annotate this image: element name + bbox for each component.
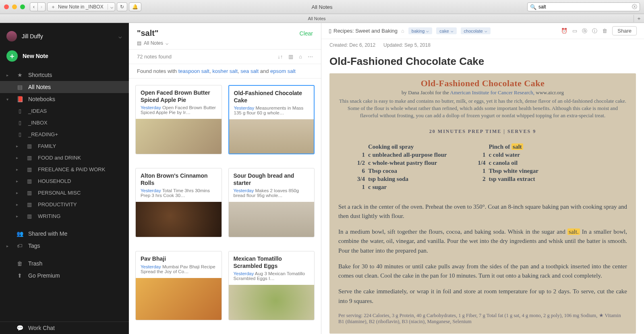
sidebar-all-notes[interactable]: ▤ All Notes <box>0 81 129 93</box>
search-input[interactable] <box>538 4 630 10</box>
chevron-down-icon: ⌵ <box>118 33 122 39</box>
link-epsom-salt[interactable]: epsom salt <box>270 68 296 74</box>
sidebar-notebooks[interactable]: ▾ 📕 Notebooks <box>0 93 129 105</box>
sidebar-item-ideas[interactable]: ▯_IDEAS <box>0 105 129 117</box>
note-card[interactable]: Old-Fashioned Chocolate CakeYesterday Me… <box>228 85 315 154</box>
view-toggle-button[interactable]: ▥ <box>288 54 293 60</box>
link-teaspoon-salt[interactable]: teaspoon salt <box>178 68 209 74</box>
activity-button[interactable]: 🔔 <box>129 2 141 11</box>
lock-icon: ⌂ <box>401 28 404 34</box>
note-card[interactable]: Mexican Tomatillo Scrambled EggsYesterda… <box>228 251 315 320</box>
notebook-icon: 📕 <box>16 96 23 102</box>
created-date: Created: Dec 6, 2012 <box>329 42 375 48</box>
avatar <box>6 31 17 41</box>
new-note-dropdown[interactable]: ＋ New Note in _INBOX ⌵ <box>47 2 115 11</box>
thumbnail <box>136 202 222 237</box>
note-body[interactable]: Old-Fashioned Chocolate Cake Old-Fashion… <box>321 51 644 334</box>
annotate-icon[interactable]: ⓐ <box>582 27 587 35</box>
note-card[interactable]: Pav BhajiYesterday Mumbai Pav Bhaji Reci… <box>135 251 222 320</box>
tag-icon: 🏷 <box>16 243 23 249</box>
clear-search-button[interactable]: Clear <box>300 30 313 37</box>
chevron-right-icon: ▸ <box>6 244 11 248</box>
thumbnail <box>136 119 222 154</box>
sidebar-shortcuts[interactable]: ▸ ★ Shortcuts <box>0 69 129 81</box>
sync-button[interactable]: ↻ <box>117 2 127 11</box>
sidebar-item-writing[interactable]: ▸▥WRITING <box>0 210 129 222</box>
thumbnail <box>136 278 222 320</box>
account-row[interactable]: Jill Duffy ⌵ <box>0 29 129 49</box>
forward-button[interactable]: › <box>38 2 46 11</box>
sidebar-shared[interactable]: 👥Shared with Me <box>0 228 129 240</box>
sidebar-item-food[interactable]: ▸▥FOOD and DRINK <box>0 152 129 164</box>
note-icon: ▤ <box>16 84 23 90</box>
nav-back-forward: ‹ › <box>30 2 47 11</box>
notebook-icon: ▯ <box>329 28 331 34</box>
note-card[interactable]: Sour Dough bread and starterYesterday Ma… <box>228 168 315 237</box>
chevron-right-icon: ▸ <box>16 214 21 218</box>
share-button[interactable]: Share <box>612 26 637 35</box>
sidebar-item-productivity[interactable]: ▸▥PRODUCTIVITY <box>0 199 129 210</box>
sidebar-item-inbox[interactable]: ▯_INBOX <box>0 117 129 129</box>
sidebar-tags[interactable]: ▸🏷Tags <box>0 240 129 252</box>
thumbnail <box>229 202 315 237</box>
sidebar-trash[interactable]: 🗑Trash <box>0 257 129 270</box>
search-field[interactable]: 🔍 ⓧ <box>527 2 640 11</box>
zoom-icon[interactable] <box>20 4 25 9</box>
note-icon: ▤ <box>137 40 141 46</box>
present-icon[interactable]: ▭ <box>572 28 577 34</box>
notebook-icon: ▯ <box>16 108 23 114</box>
chevron-right-icon: ▸ <box>16 191 21 195</box>
link-kosher-salt[interactable]: kosher salt <box>212 68 238 74</box>
result-count: 72 notes found <box>137 54 172 60</box>
sidebar-item-freelance[interactable]: ▸▥FREELANCE & PAID WORK <box>0 164 129 175</box>
filter-button[interactable]: ⌂ <box>299 54 302 60</box>
tag-baking[interactable]: baking⌵ <box>408 27 432 34</box>
link-sea-salt[interactable]: sea salt <box>240 68 259 74</box>
sidebar-item-reading[interactable]: ▯_READING+ <box>0 129 129 140</box>
chevron-down-icon: ▾ <box>6 97 11 102</box>
stack-icon: ▥ <box>26 190 33 196</box>
sidebar-item-household[interactable]: ▸▥HOUSEHOLD <box>0 175 129 187</box>
tab-all-notes[interactable]: All Notes <box>0 16 634 21</box>
stack-icon: ▥ <box>26 213 33 219</box>
sidebar-workchat[interactable]: 💬Work Chat <box>0 322 129 334</box>
tag-chocolate[interactable]: chocolate⌵ <box>461 27 491 34</box>
more-button[interactable]: ⋯ <box>308 54 313 60</box>
sidebar-item-personal[interactable]: ▸▥PERSONAL MISC <box>0 187 129 199</box>
plus-icon: ＋ <box>51 4 56 10</box>
add-tab-button[interactable]: ＋ <box>634 15 644 22</box>
directions: Set a rack in the center of the oven. Pr… <box>338 202 627 306</box>
chevron-down-icon: ⌵ <box>108 4 113 10</box>
recipe-prep: 20 MINUTES PREP TIME | SERVES 9 <box>338 129 627 135</box>
search-heading: "salt" Clear <box>137 29 313 38</box>
note-title[interactable]: Old-Fashioned Chocolate Cake <box>329 51 636 73</box>
note-pane: ▯ Recipes: Sweet and Baking ⌂ baking⌵ ca… <box>321 23 644 334</box>
tab-bar: All Notes ＋ <box>0 14 644 23</box>
minimize-icon[interactable] <box>12 4 17 9</box>
reminder-icon[interactable]: ⏰ <box>561 28 567 34</box>
note-card[interactable]: Open Faced Brown Butter Spiced Apple Pie… <box>135 85 222 154</box>
titlebar: ‹ › ＋ New Note in _INBOX ⌵ ↻ 🔔 All Notes… <box>0 0 644 14</box>
info-icon[interactable]: ⓘ <box>592 27 597 35</box>
sidebar-premium[interactable]: ⬆Go Premium <box>0 270 129 282</box>
chevron-right-icon: ▸ <box>16 167 21 172</box>
user-name: Jill Duffy <box>22 33 43 39</box>
sidebar-item-family[interactable]: ▸▥FAMILY <box>0 140 129 152</box>
tag-cake[interactable]: cake⌵ <box>436 27 456 34</box>
thumbnail <box>229 119 314 154</box>
back-button[interactable]: ‹ <box>30 2 38 11</box>
new-note-button[interactable]: ＋ New Note <box>0 49 129 69</box>
traffic-lights <box>4 4 25 9</box>
chevron-right-icon: ▸ <box>16 179 21 183</box>
delete-icon[interactable]: 🗑 <box>602 28 607 34</box>
clear-search-icon[interactable]: ⓧ <box>632 3 637 10</box>
notebook-selector[interactable]: ▯ Recipes: Sweet and Baking ⌂ <box>329 28 404 34</box>
scope-selector[interactable]: ▤ All Notes ⌵ <box>137 40 313 46</box>
note-card[interactable]: Alton Brown's Cinnamon RollsYesterday To… <box>135 168 222 237</box>
stack-icon: ▥ <box>26 143 33 149</box>
upgrade-icon: ⬆ <box>16 272 23 279</box>
close-icon[interactable] <box>4 4 9 9</box>
updated-date: Updated: Sep 5, 2018 <box>383 42 431 48</box>
chat-icon: 💬 <box>16 325 23 331</box>
sort-button[interactable]: ↓↑ <box>277 54 283 60</box>
